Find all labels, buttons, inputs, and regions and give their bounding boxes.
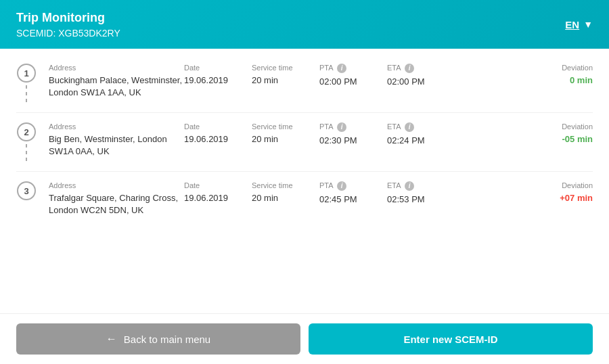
- address-value: Trafalgar Square, Charing Cross, London …: [49, 192, 184, 217]
- stop-deviation-1: Deviation 0 min: [539, 64, 593, 87]
- stops-list: 1 Address Buckingham Palace, Westminster…: [0, 49, 609, 313]
- address-value: Buckingham Palace, Westminster, London S…: [49, 74, 184, 99]
- stop-connector: [26, 144, 27, 164]
- eta-label: ETA i: [387, 122, 455, 132]
- pta-info-icon[interactable]: i: [337, 181, 346, 191]
- date-label: Date: [184, 122, 252, 131]
- app-title: Trip Monitoring: [16, 11, 120, 25]
- stop-date-2: Date 19.06.2019: [184, 122, 252, 145]
- stop-pta-2: PTA i 02:30 PM: [319, 122, 387, 147]
- stop-number-2: 2: [17, 122, 36, 141]
- deviation-label: Deviation: [539, 181, 593, 189]
- eta-label: ETA i: [387, 181, 455, 191]
- service-label: Service time: [252, 181, 319, 189]
- stop-address-2: Address Big Ben, Westminster, London SW1…: [49, 122, 184, 158]
- eta-info-icon[interactable]: i: [405, 64, 414, 73]
- date-label: Date: [184, 64, 252, 72]
- arrow-left-icon: ←: [106, 333, 117, 345]
- stop-address-1: Address Buckingham Palace, Westminster, …: [49, 64, 184, 99]
- enter-scem-button[interactable]: Enter new SCEM-ID: [309, 323, 593, 355]
- eta-info-icon[interactable]: i: [405, 122, 414, 132]
- address-label: Address: [49, 122, 184, 131]
- header-left: Trip Monitoring SCEMID: XGB53DK2RY: [16, 11, 120, 39]
- deviation-value: +07 min: [539, 192, 593, 204]
- stop-connector: [26, 85, 27, 106]
- back-button[interactable]: ← Back to main menu: [16, 323, 300, 355]
- date-label: Date: [184, 181, 252, 189]
- main-content: 1 Address Buckingham Palace, Westminster…: [0, 49, 609, 364]
- stop-deviation-2: Deviation -05 min: [539, 122, 593, 145]
- stop-left-3: 3: [16, 181, 37, 200]
- pta-label: PTA i: [319, 181, 387, 191]
- stop-address-3: Address Trafalgar Square, Charing Cross,…: [49, 181, 184, 217]
- date-value: 19.06.2019: [184, 74, 252, 87]
- service-value: 20 min: [252, 74, 319, 87]
- stop-pta-3: PTA i 02:45 PM: [319, 181, 387, 206]
- address-label: Address: [49, 181, 184, 189]
- eta-value: 02:00 PM: [387, 76, 455, 88]
- deviation-label: Deviation: [539, 64, 593, 72]
- stop-number-3: 3: [17, 181, 36, 200]
- pta-label: PTA i: [319, 122, 387, 132]
- stop-row: 1 Address Buckingham Palace, Westminster…: [16, 54, 593, 113]
- header: Trip Monitoring SCEMID: XGB53DK2RY EN ▼: [0, 0, 609, 49]
- pta-label: PTA i: [319, 64, 387, 73]
- back-button-label: Back to main menu: [124, 334, 210, 345]
- deviation-value: -05 min: [539, 133, 593, 145]
- stop-service-2: Service time 20 min: [252, 122, 319, 145]
- stop-date-1: Date 19.06.2019: [184, 64, 252, 87]
- address-label: Address: [49, 64, 184, 72]
- stop-eta-2: ETA i 02:24 PM: [387, 122, 455, 147]
- stop-details-3: Address Trafalgar Square, Charing Cross,…: [49, 181, 593, 217]
- pta-info-icon[interactable]: i: [337, 64, 346, 73]
- scemid-label: SCEMID: XGB53DK2RY: [16, 28, 120, 39]
- service-value: 20 min: [252, 133, 319, 145]
- deviation-label: Deviation: [539, 122, 593, 131]
- stop-number-1: 1: [17, 64, 36, 83]
- language-label: EN: [565, 19, 579, 30]
- chevron-down-icon: ▼: [583, 19, 593, 30]
- stop-service-3: Service time 20 min: [252, 181, 319, 204]
- language-selector[interactable]: EN ▼: [565, 19, 593, 30]
- stop-date-3: Date 19.06.2019: [184, 181, 252, 204]
- eta-value: 02:24 PM: [387, 135, 455, 147]
- deviation-value: 0 min: [539, 74, 593, 87]
- stop-row: 2 Address Big Ben, Westminster, London S…: [16, 113, 593, 172]
- address-value: Big Ben, Westminster, London SW1A 0AA, U…: [49, 133, 184, 158]
- pta-value: 02:45 PM: [319, 194, 387, 206]
- service-value: 20 min: [252, 192, 319, 204]
- date-value: 19.06.2019: [184, 192, 252, 204]
- pta-value: 02:00 PM: [319, 76, 387, 88]
- pta-value: 02:30 PM: [319, 135, 387, 147]
- stop-deviation-3: Deviation +07 min: [539, 181, 593, 204]
- stop-left-2: 2: [16, 122, 37, 164]
- pta-info-icon[interactable]: i: [337, 122, 346, 132]
- stop-eta-3: ETA i 02:53 PM: [387, 181, 455, 206]
- stop-eta-1: ETA i 02:00 PM: [387, 64, 455, 88]
- stop-service-1: Service time 20 min: [252, 64, 319, 87]
- date-value: 19.06.2019: [184, 133, 252, 145]
- eta-label: ETA i: [387, 64, 455, 73]
- eta-value: 02:53 PM: [387, 194, 455, 206]
- service-label: Service time: [252, 122, 319, 131]
- service-label: Service time: [252, 64, 319, 72]
- footer: ← Back to main menu Enter new SCEM-ID: [0, 313, 609, 364]
- stop-details-1: Address Buckingham Palace, Westminster, …: [49, 64, 593, 99]
- stop-row: 3 Address Trafalgar Square, Charing Cros…: [16, 172, 593, 223]
- stop-pta-1: PTA i 02:00 PM: [319, 64, 387, 88]
- stop-details-2: Address Big Ben, Westminster, London SW1…: [49, 122, 593, 158]
- eta-info-icon[interactable]: i: [405, 181, 414, 191]
- enter-button-label: Enter new SCEM-ID: [403, 334, 497, 345]
- stop-left-1: 1: [16, 64, 37, 106]
